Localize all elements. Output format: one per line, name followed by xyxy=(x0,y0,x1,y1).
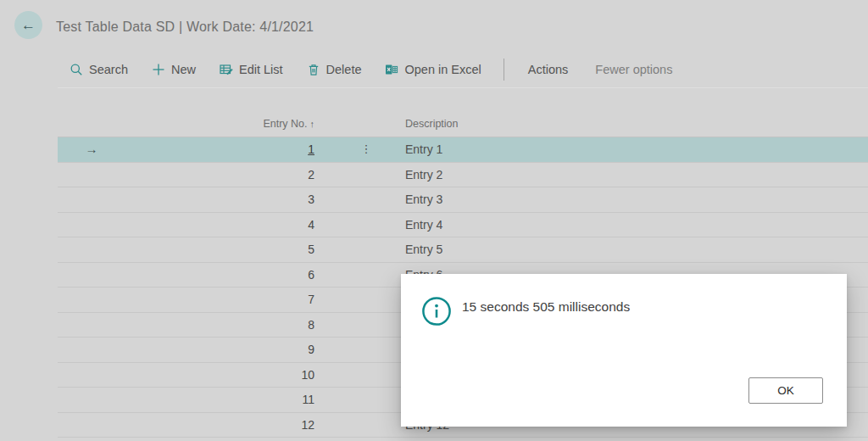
ok-button[interactable]: OK xyxy=(748,377,823,404)
info-icon xyxy=(421,296,452,327)
app-window: ← Test Table Data SD | Work Date: 4/1/20… xyxy=(0,0,868,441)
info-dialog: 15 seconds 505 milliseconds OK xyxy=(401,274,847,427)
dialog-message: 15 seconds 505 milliseconds xyxy=(462,299,630,315)
